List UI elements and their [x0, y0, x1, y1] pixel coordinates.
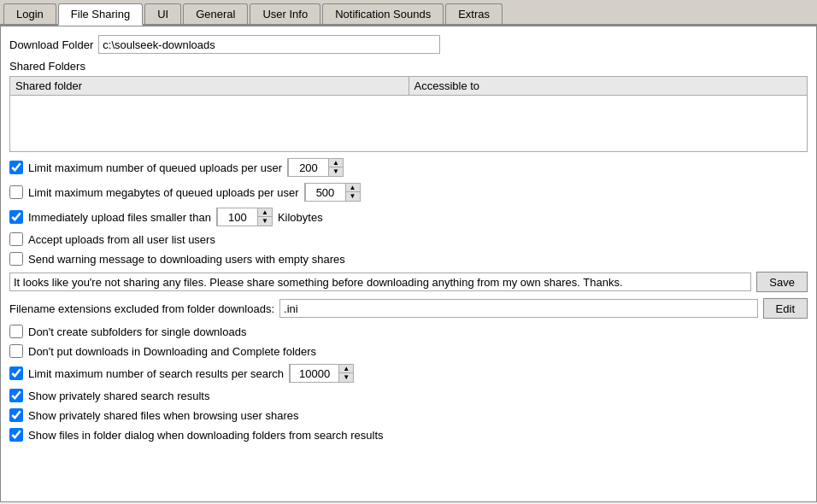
show-private-files-label: Show privately shared files when browsin… — [28, 409, 299, 422]
no-put-checkbox[interactable] — [9, 344, 23, 358]
immediately-upload-row: Immediately upload files smaller than ▲ … — [9, 208, 808, 226]
shared-folders-label: Shared Folders — [9, 60, 808, 73]
limit-megabytes-row: Limit maximum megabytes of queued upload… — [9, 183, 808, 202]
shared-folders-table: Shared folder Accessible to — [9, 76, 808, 152]
accessible-to-col-header: Accessible to — [409, 77, 808, 95]
limit-uploads-spin-down[interactable]: ▼ — [329, 167, 343, 176]
show-private-files-row: Show privately shared files when browsin… — [9, 408, 808, 422]
limit-search-spin-down[interactable]: ▼ — [339, 373, 353, 382]
tab-extras[interactable]: Extras — [445, 3, 503, 24]
limit-megabytes-checkbox[interactable] — [9, 185, 23, 199]
limit-search-spinbox[interactable]: ▲ ▼ — [289, 364, 354, 383]
no-put-row: Don't put downloads in Downloading and C… — [9, 344, 808, 358]
limit-uploads-value[interactable] — [288, 158, 329, 177]
immediately-upload-suffix: Kilobytes — [278, 211, 323, 224]
tab-ui[interactable]: UI — [144, 3, 181, 24]
download-folder-label: Download Folder — [9, 38, 93, 51]
limit-uploads-spin-buttons: ▲ ▼ — [329, 159, 343, 176]
send-warning-label: Send warning message to downloading user… — [28, 253, 345, 266]
no-put-label: Don't put downloads in Downloading and C… — [28, 345, 316, 358]
send-warning-row: Send warning message to downloading user… — [9, 252, 808, 266]
limit-uploads-spin-up[interactable]: ▲ — [329, 159, 343, 167]
tab-user-info[interactable]: User Info — [250, 3, 320, 24]
immediately-upload-spin-down[interactable]: ▼ — [258, 217, 272, 226]
filename-ext-label: Filename extensions excluded from folder… — [9, 302, 274, 315]
show-private-files-checkbox[interactable] — [9, 408, 23, 422]
limit-megabytes-spin-up[interactable]: ▲ — [346, 184, 360, 192]
immediately-upload-checkbox[interactable] — [9, 210, 23, 224]
no-subfolders-checkbox[interactable] — [9, 325, 23, 338]
tabs-bar: Login File Sharing UI General User Info … — [0, 0, 817, 26]
download-folder-row: Download Folder — [9, 35, 808, 54]
show-private-checkbox[interactable] — [9, 389, 23, 402]
accept-uploads-label: Accept uploads from all user list users — [28, 233, 215, 246]
show-files-folder-label: Show files in folder dialog when downloa… — [28, 429, 384, 442]
content-panel: Download Folder Shared Folders Shared fo… — [0, 26, 817, 502]
immediately-upload-spinbox[interactable]: ▲ ▼ — [216, 208, 273, 226]
immediately-upload-spin-buttons: ▲ ▼ — [258, 208, 272, 226]
download-folder-input[interactable] — [98, 35, 440, 54]
limit-uploads-label: Limit maximum number of queued uploads p… — [28, 161, 282, 174]
send-warning-checkbox[interactable] — [9, 252, 23, 266]
limit-search-checkbox[interactable] — [9, 366, 23, 380]
limit-megabytes-spinbox[interactable]: ▲ ▼ — [304, 183, 361, 202]
shared-folder-col-header: Shared folder — [10, 77, 409, 95]
limit-megabytes-spin-down[interactable]: ▼ — [346, 192, 360, 201]
limit-megabytes-spin-buttons: ▲ ▼ — [346, 184, 360, 201]
tab-notification-sounds[interactable]: Notification Sounds — [322, 3, 444, 24]
shared-folders-header: Shared folder Accessible to — [10, 77, 807, 96]
limit-megabytes-label: Limit maximum megabytes of queued upload… — [28, 186, 299, 199]
limit-search-row: Limit maximum number of search results p… — [9, 364, 808, 383]
tab-general[interactable]: General — [183, 3, 248, 24]
limit-search-value[interactable] — [290, 364, 339, 383]
tab-file-sharing[interactable]: File Sharing — [58, 3, 143, 26]
show-private-row: Show privately shared search results — [9, 389, 808, 402]
show-files-folder-row: Show files in folder dialog when downloa… — [9, 428, 808, 442]
warning-message-input[interactable] — [9, 273, 751, 291]
warning-message-row: Save — [9, 272, 808, 292]
accept-uploads-row: Accept uploads from all user list users — [9, 232, 808, 246]
accept-uploads-checkbox[interactable] — [9, 232, 23, 246]
shared-folders-body[interactable] — [10, 96, 807, 151]
limit-uploads-checkbox[interactable] — [9, 161, 23, 174]
save-button[interactable]: Save — [756, 272, 808, 292]
tab-login[interactable]: Login — [3, 3, 56, 24]
edit-button[interactable]: Edit — [763, 298, 808, 319]
immediately-upload-value[interactable] — [217, 208, 258, 226]
limit-search-spin-buttons: ▲ ▼ — [339, 365, 353, 382]
show-files-folder-checkbox[interactable] — [9, 428, 23, 442]
limit-megabytes-value[interactable] — [305, 183, 346, 202]
limit-uploads-spinbox[interactable]: ▲ ▼ — [287, 158, 344, 177]
no-subfolders-row: Don't create subfolders for single downl… — [9, 325, 808, 338]
filename-ext-input[interactable] — [279, 299, 758, 318]
immediately-upload-spin-up[interactable]: ▲ — [258, 208, 272, 217]
limit-search-spin-up[interactable]: ▲ — [339, 365, 353, 373]
show-private-label: Show privately shared search results — [28, 390, 209, 402]
limit-search-label: Limit maximum number of search results p… — [28, 367, 284, 380]
limit-uploads-row: Limit maximum number of queued uploads p… — [9, 158, 808, 177]
no-subfolders-label: Don't create subfolders for single downl… — [28, 325, 246, 338]
filename-ext-row: Filename extensions excluded from folder… — [9, 298, 808, 319]
immediately-upload-label: Immediately upload files smaller than — [28, 211, 211, 224]
